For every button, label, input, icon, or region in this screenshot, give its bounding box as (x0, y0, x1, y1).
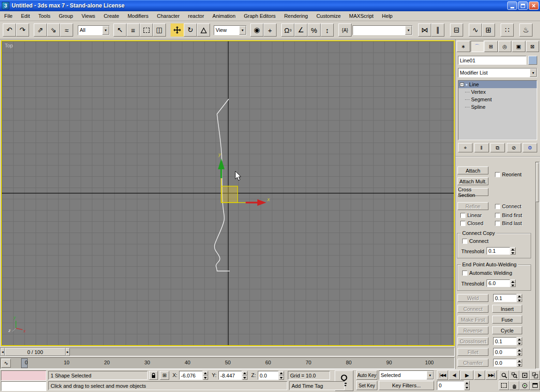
spin-up-icon[interactable] (465, 381, 470, 385)
zoom-region-button[interactable] (499, 381, 509, 390)
menu-tools[interactable]: Tools (34, 12, 55, 20)
spin-up-icon[interactable] (279, 371, 284, 376)
spin-down-icon[interactable] (242, 376, 248, 380)
spin-down-icon[interactable] (517, 363, 522, 367)
chamfer-button[interactable]: Chamfer (458, 359, 488, 367)
closed-checkbox[interactable]: Closed (460, 220, 483, 226)
go-to-start-button[interactable]: |◀◀ (437, 370, 448, 380)
menu-animation[interactable]: Animation (208, 12, 240, 20)
select-object-button[interactable]: ↖ (113, 23, 127, 37)
min-max-toggle-button[interactable] (530, 381, 540, 390)
selection-region-button[interactable] (140, 23, 153, 37)
crossinsert-value-spinner[interactable] (517, 337, 522, 345)
fuse-button[interactable]: Fuse (492, 316, 522, 324)
chamfer-value-spinner[interactable] (517, 359, 522, 367)
percent-snap-button[interactable]: % (308, 23, 321, 37)
make-first-button[interactable]: Make First (458, 316, 488, 324)
next-frame-button[interactable]: |▶ (474, 370, 485, 380)
weld-button[interactable]: Weld (458, 294, 488, 302)
chamfer-value-field[interactable]: 0.0 (493, 359, 517, 367)
tab-modify[interactable]: ⌒ (471, 41, 484, 52)
current-time-spinner[interactable] (465, 381, 470, 390)
menu-file[interactable]: File (0, 12, 17, 20)
window-crossing-button[interactable]: ◫ (153, 23, 166, 37)
connect-button[interactable]: Connect (458, 305, 488, 313)
redo-button[interactable]: ↷ (16, 23, 29, 37)
time-step-back-button[interactable]: ◄ (0, 348, 5, 356)
reverse-button[interactable]: Reverse (458, 326, 488, 334)
tab-utilities[interactable]: ⊠ (526, 41, 540, 52)
object-name-field[interactable]: Line01 (458, 56, 526, 65)
configure-modifier-sets-button[interactable]: ⚙ (523, 143, 537, 152)
crossinsert-button[interactable]: CrossInsert (458, 337, 488, 345)
attach-mult-button[interactable]: Attach Mult. (458, 177, 488, 185)
refine-connect-checkbox[interactable]: Connect (495, 204, 521, 209)
show-end-result-button[interactable]: ‖ (474, 143, 489, 152)
automatic-welding-checkbox[interactable]: Automatic Welding (462, 270, 512, 276)
bind-first-checkbox[interactable]: Bind first (495, 212, 522, 218)
minimize-button[interactable] (507, 1, 517, 10)
linear-checkbox[interactable]: Linear (460, 212, 482, 218)
close-button[interactable]: × (529, 1, 539, 10)
menu-character[interactable]: Character (153, 12, 184, 20)
move-gizmo[interactable]: y x (218, 151, 270, 206)
gizmo-x-arrow[interactable] (257, 199, 266, 206)
spin-down-icon[interactable] (517, 352, 522, 356)
spin-up-icon[interactable] (517, 359, 522, 363)
menu-graph-editors[interactable]: Graph Editors (240, 12, 280, 20)
zoom-extents-button[interactable] (519, 370, 530, 380)
fillet-value-field[interactable]: 0.0 (493, 348, 517, 356)
spin-up-icon[interactable] (510, 247, 516, 251)
spin-down-icon[interactable] (203, 376, 208, 380)
play-button[interactable]: ▶ (460, 370, 473, 380)
key-filters-button[interactable]: Key Filters... (379, 381, 434, 390)
tab-display[interactable]: ▣ (512, 41, 525, 52)
spin-up-icon[interactable] (517, 337, 522, 341)
use-center-button[interactable]: ◉ (250, 23, 263, 37)
zoom-button[interactable] (499, 370, 509, 380)
zoom-all-button[interactable] (509, 370, 519, 380)
bind-to-space-warp-button[interactable]: ≈ (60, 23, 73, 37)
align-button[interactable]: ∥ (431, 23, 444, 37)
reorient-checkbox[interactable]: Reorient (495, 172, 522, 177)
connect-copy-checkbox[interactable]: Connect (462, 238, 488, 244)
named-selection-sets-button[interactable]: {A} (338, 23, 352, 37)
previous-frame-button[interactable]: ◀| (449, 370, 460, 380)
selection-lock-button[interactable] (149, 371, 158, 380)
time-slider-handle[interactable]: 0 / 100 (5, 348, 66, 356)
maxscript-listener-white[interactable] (1, 381, 46, 391)
named-selection-dropdown[interactable]: ▼ (352, 25, 412, 35)
spin-down-icon[interactable] (510, 283, 516, 287)
spin-up-icon[interactable] (517, 294, 522, 298)
crossinsert-value-field[interactable]: 0.1 (493, 337, 517, 345)
tab-motion[interactable]: ◎ (498, 41, 512, 52)
tab-hierarchy[interactable]: ⊞ (484, 41, 498, 52)
weld-value-spinner[interactable] (517, 294, 522, 302)
auto-key-button[interactable]: Auto Key (356, 370, 377, 380)
app-icon[interactable]: 3 (2, 2, 9, 9)
menu-maxscript[interactable]: MAXScript (345, 12, 378, 20)
spin-up-icon[interactable] (203, 371, 208, 376)
fillet-value-spinner[interactable] (517, 348, 522, 356)
object-color-swatch[interactable] (528, 56, 537, 65)
x-coordinate-field[interactable]: -6.076 (179, 371, 202, 380)
bind-last-checkbox[interactable]: Bind last (495, 220, 522, 226)
spinner-snap-button[interactable]: ↕ (321, 23, 334, 37)
select-and-rotate-button[interactable]: ↻ (184, 23, 197, 37)
insert-button[interactable]: Insert (492, 305, 522, 313)
select-and-manipulate-button[interactable]: + (263, 23, 277, 37)
remove-modifier-button[interactable]: ⊘ (507, 143, 521, 152)
modifier-list-dropdown[interactable]: Modifier List ▼ (458, 68, 537, 77)
mini-curve-editor-button[interactable]: ∿ (1, 359, 11, 368)
spline-shape[interactable] (215, 99, 230, 271)
stack-item-line[interactable]: − ● Line (458, 81, 537, 88)
cross-section-button[interactable]: Cross Section (458, 188, 488, 196)
material-editor-button[interactable]: ∷ (501, 23, 514, 37)
spin-down-icon[interactable] (465, 385, 470, 390)
spin-down-icon[interactable] (517, 298, 522, 302)
stack-item-spline[interactable]: Spline (458, 103, 537, 111)
track-bar[interactable]: ∿ 0 10 20 30 40 50 60 70 80 90 100 (0, 357, 455, 369)
curve-editor-button[interactable]: ∿ (469, 23, 482, 37)
menu-customize[interactable]: Customize (312, 12, 345, 20)
add-time-tag-field[interactable]: Add Time Tag (289, 381, 345, 390)
